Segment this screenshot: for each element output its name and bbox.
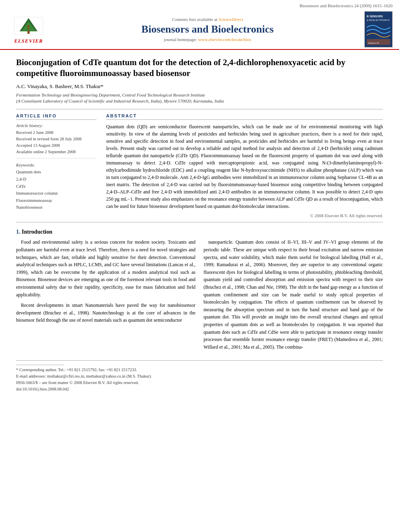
keyword-3: CdTe: [16, 183, 97, 190]
email-addresses: msthakur@cftri.res.in, msthakur@yahoo.co…: [47, 374, 152, 378]
article-title: Bioconjugation of CdTe quantum dot for t…: [16, 57, 383, 79]
introduction-heading: 1. Introduction: [16, 229, 383, 235]
article-info-abstract: ARTICLE INFO Article history: Received 2…: [16, 113, 383, 218]
accepted-date: Accepted 13 August 2008: [16, 142, 97, 149]
main-content: Bioconjugation of CdTe quantum dot for t…: [0, 50, 399, 399]
intro-para-3: nanoparticle. Quantum dots consist of II…: [204, 238, 383, 351]
section-name: Introduction: [22, 229, 52, 235]
online-date: Available online 2 September 2008: [16, 149, 97, 155]
journal-homepage: journal homepage: www.elsevier.com/locat…: [57, 37, 358, 42]
keyword-6: Nanobiosensor: [16, 204, 97, 211]
svg-text:Volume 24: Volume 24: [368, 42, 379, 44]
keywords-title: Keywords:: [16, 162, 97, 167]
keyword-2: 2,4-D: [16, 176, 97, 183]
body-two-col: Food and environmental safety is a serio…: [16, 238, 383, 354]
article-history: Article history: Received 2 June 2008 Re…: [16, 123, 97, 158]
affiliation-line2: (A Constituent Laboratory of Council of …: [16, 99, 224, 103]
footer-area: * Corresponding author. Tel.: +91 821 25…: [16, 360, 383, 392]
article-info-title: ARTICLE INFO: [16, 113, 97, 120]
email-label: E-mail addresses:: [16, 374, 46, 378]
elsevier-logo-area: ELSEVIER: [6, 15, 51, 44]
history-title: Article history:: [16, 123, 97, 128]
affiliation: Fermentation Technology and Bioengineeri…: [16, 92, 383, 105]
affiliation-line1: Fermentation Technology and Bioengineeri…: [16, 92, 205, 97]
intro-text-left: Food and environmental safety is a serio…: [16, 238, 195, 324]
journal-cover-image: B SENSORS & BIOELECTRONICS Volume 24: [364, 11, 393, 47]
footer-doi: doi:10.1016/j.bios.2008.08.042: [16, 386, 383, 392]
sciencedirect-line: Contents lists available at ScienceDirec…: [57, 17, 358, 22]
authors: A.C. Vinayaka, S. Basheer, M.S. Thakur*: [16, 83, 383, 90]
copyright: © 2008 Elsevier B.V. All rights reserved…: [106, 213, 383, 218]
sciencedirect-link[interactable]: ScienceDirect: [218, 17, 243, 22]
intro-para-1: Food and environmental safety is a serio…: [16, 238, 195, 298]
article-info-col: ARTICLE INFO Article history: Received 2…: [16, 113, 97, 218]
intro-para-2: Recent developments in smart Nanomateria…: [16, 302, 195, 324]
received-date: Received 2 June 2008: [16, 129, 97, 136]
star-note-text: * Corresponding author. Tel.: +91 821 25…: [16, 368, 137, 372]
abstract-col: ABSTRACT Quantum dots (QD) are semicondu…: [106, 113, 383, 218]
homepage-link[interactable]: www.elsevier.com/locate/bios: [198, 37, 251, 42]
sciencedirect-prefix: Contents lists available at: [172, 17, 218, 22]
journal-citation: Biosensors and Bioelectronics 24 (2009) …: [6, 3, 393, 10]
keyword-1: Quantum dots: [16, 168, 97, 176]
revised-date: Received in revised form 28 July 2008: [16, 136, 97, 142]
homepage-label: journal homepage:: [164, 37, 197, 42]
journal-header: Biosensors and Bioelectronics 24 (2009) …: [0, 0, 399, 50]
journal-title-area: Contents lists available at ScienceDirec…: [51, 17, 364, 42]
footer-star-note: * Corresponding author. Tel.: +91 821 25…: [16, 367, 383, 373]
doi-text: doi:10.1016/j.bios.2008.08.042: [16, 387, 69, 391]
footer-email: E-mail addresses: msthakur@cftri.res.in,…: [16, 373, 383, 380]
abstract-text: Quantum dots (QD) are semiconductor fluo…: [106, 123, 383, 210]
footer-issn: 0956-5663/$ – see front matter © 2008 El…: [16, 380, 383, 386]
divider-2: [16, 222, 383, 222]
svg-point-4: [27, 25, 29, 27]
issn-text: 0956-5663/$ – see front matter © 2008 El…: [16, 380, 139, 385]
keyword-4: Immunoreactor column: [16, 190, 97, 197]
svg-text:B SENSORS: B SENSORS: [367, 15, 383, 18]
intro-text-right: nanoparticle. Quantum dots consist of II…: [204, 238, 383, 351]
elsevier-label: ELSEVIER: [14, 38, 43, 44]
footer-divider: [16, 365, 64, 365]
section-number: 1.: [16, 229, 22, 235]
body-col-left: Food and environmental safety is a serio…: [16, 238, 195, 354]
divider-1: [16, 109, 383, 109]
journal-name: Biosensors and Bioelectronics: [57, 23, 358, 35]
page: Biosensors and Bioelectronics 24 (2009) …: [0, 0, 399, 532]
cover-image-icon: B SENSORS & BIOELECTRONICS Volume 24: [365, 11, 392, 47]
header-inner: ELSEVIER Contents lists available at Sci…: [6, 10, 393, 49]
keywords-section: Keywords: Quantum dots 2,4-D CdTe Immuno…: [16, 162, 97, 211]
svg-text:& BIOELECTRONICS: & BIOELECTRONICS: [367, 19, 390, 21]
abstract-title: ABSTRACT: [106, 113, 383, 120]
keyword-5: Fluoroimmunoassay: [16, 197, 97, 204]
elsevier-tree-icon: [12, 15, 45, 37]
body-col-right: nanoparticle. Quantum dots consist of II…: [204, 238, 383, 354]
